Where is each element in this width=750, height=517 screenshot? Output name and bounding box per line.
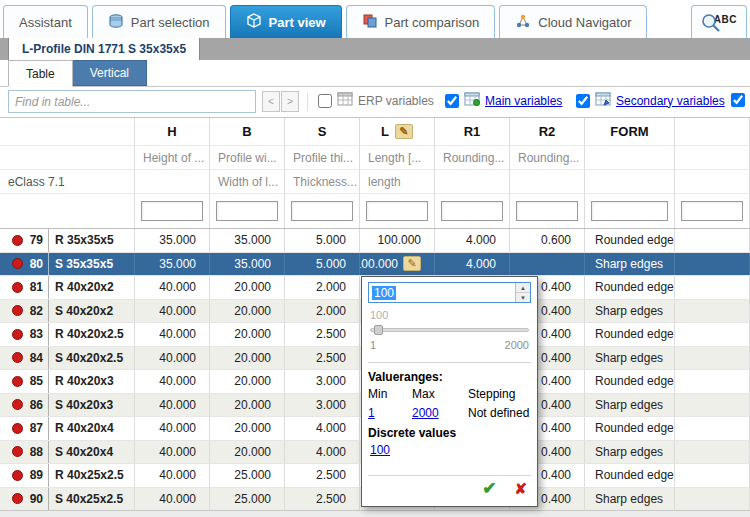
cell-b[interactable]: 20.000 [210, 347, 285, 370]
cell-h[interactable]: 35.000 [135, 229, 210, 252]
find-previous-button[interactable]: < [262, 91, 280, 112]
cell-h[interactable]: 40.000 [135, 300, 210, 323]
part-name-cell[interactable]: 84S 40x20x2.5 [0, 347, 135, 370]
filter-input-form[interactable] [591, 201, 668, 221]
cell-h[interactable]: 40.000 [135, 370, 210, 393]
cell-r1[interactable]: 4.000 [435, 253, 510, 276]
cell-s[interactable]: 2.000 [285, 300, 360, 323]
part-name-cell[interactable]: 87R 40x20x4 [0, 417, 135, 440]
filter-input-l[interactable] [366, 201, 428, 221]
tab-assistant[interactable]: Assistant [3, 5, 88, 38]
max-value-link[interactable]: 2000 [412, 406, 439, 420]
part-name-cell[interactable]: 89R 40x25x2.5 [0, 464, 135, 487]
cell-b[interactable]: 35.000 [210, 229, 285, 252]
erp-variables-checkbox[interactable] [318, 94, 332, 108]
value-spinbox[interactable]: 100 ▲ ▼ [368, 282, 531, 303]
cell-form[interactable]: Sharp edges [585, 488, 675, 511]
cell-b[interactable]: 20.000 [210, 370, 285, 393]
cell-r2[interactable] [510, 253, 585, 276]
tab-vertical[interactable]: Vertical [73, 60, 147, 86]
table-row[interactable]: 80S 35x35x535.00035.0005.000100.000✎4.00… [0, 253, 750, 277]
cell-form[interactable]: Sharp edges [585, 347, 675, 370]
cell-b[interactable]: 35.000 [210, 253, 285, 276]
cell-s[interactable]: 3.000 [285, 394, 360, 417]
erp-variables-toggle[interactable]: ERP variables [318, 92, 434, 109]
part-name-cell[interactable]: 80S 35x35x5 [0, 253, 135, 276]
cell-form[interactable]: Rounded edges [585, 229, 675, 252]
secondary-variables-label[interactable]: Secondary variables [616, 94, 725, 108]
slider-thumb[interactable] [374, 325, 383, 335]
cell-form[interactable]: Sharp edges [585, 394, 675, 417]
part-name-cell[interactable]: 90S 40x25x2.5 [0, 488, 135, 511]
cell-form[interactable]: Rounded edges [585, 323, 675, 346]
cell-h[interactable]: 40.000 [135, 417, 210, 440]
part-name-cell[interactable]: 81R 40x20x2 [0, 276, 135, 299]
search-button[interactable]: ABC [691, 5, 747, 38]
column-header-form[interactable]: FORM [585, 118, 675, 145]
cell-form[interactable]: Rounded edges [585, 417, 675, 440]
cell-r2[interactable]: 0.600 [510, 229, 585, 252]
cell-b[interactable]: 20.000 [210, 441, 285, 464]
cell-form[interactable]: Sharp edges [585, 300, 675, 323]
discrete-value-link[interactable]: 100 [370, 443, 390, 457]
filter-input-r2[interactable] [516, 201, 578, 221]
part-name-cell[interactable]: 83R 40x20x2.5 [0, 323, 135, 346]
column-header-b[interactable]: B [210, 118, 285, 145]
cancel-cross-icon[interactable]: ✘ [514, 480, 527, 498]
main-variables-toggle[interactable]: Main variables [445, 92, 562, 109]
column-header-l[interactable]: L✎ [360, 118, 435, 145]
cell-l[interactable]: 100.000✎ [360, 253, 435, 276]
find-next-button[interactable]: > [281, 91, 299, 112]
cell-b[interactable]: 25.000 [210, 464, 285, 487]
filter-input-s[interactable] [291, 201, 353, 221]
part-name-cell[interactable]: 85R 40x20x3 [0, 370, 135, 393]
filter-input-b[interactable] [216, 201, 278, 221]
column-header-s[interactable]: S [285, 118, 360, 145]
cell-form[interactable]: Sharp edges [585, 253, 675, 276]
filter-input-h[interactable] [141, 201, 203, 221]
cell-form[interactable]: Rounded edges [585, 464, 675, 487]
tab-cloud-navigator[interactable]: Cloud Navigator [499, 5, 647, 38]
cell-form[interactable]: Rounded edges [585, 276, 675, 299]
cell-h[interactable]: 40.000 [135, 394, 210, 417]
part-name-cell[interactable]: 86S 40x20x3 [0, 394, 135, 417]
cell-s[interactable]: 2.500 [285, 464, 360, 487]
cell-h[interactable]: 40.000 [135, 464, 210, 487]
cell-s[interactable]: 4.000 [285, 441, 360, 464]
cell-h[interactable]: 40.000 [135, 347, 210, 370]
cell-s[interactable]: 2.000 [285, 276, 360, 299]
tab-part-comparison[interactable]: Part comparison [346, 5, 496, 38]
cell-s[interactable]: 5.000 [285, 253, 360, 276]
cell-b[interactable]: 20.000 [210, 300, 285, 323]
filter-input-r1[interactable] [441, 201, 503, 221]
cell-b[interactable]: 20.000 [210, 323, 285, 346]
cell-s[interactable]: 2.500 [285, 323, 360, 346]
column-header-r1[interactable]: R1 [435, 118, 510, 145]
cell-b[interactable]: 20.000 [210, 276, 285, 299]
document-tab[interactable]: L-Profile DIN 1771 S 35x35x5 [8, 38, 200, 60]
horizontal-scrollbar[interactable] [0, 510, 750, 517]
cell-l[interactable]: 100.000 [360, 229, 435, 252]
cell-h[interactable]: 40.000 [135, 323, 210, 346]
part-name-cell[interactable]: 82S 40x20x2 [0, 300, 135, 323]
column-header-r2[interactable]: R2 [510, 118, 585, 145]
column-header-h[interactable]: H [135, 118, 210, 145]
cell-form[interactable]: Rounded edges [585, 370, 675, 393]
find-in-table-input[interactable] [8, 90, 256, 113]
cell-r1[interactable]: 4.000 [435, 229, 510, 252]
cell-b[interactable]: 20.000 [210, 417, 285, 440]
secondary-variables-toggle[interactable]: Secondary variables [576, 92, 725, 109]
extra-variables-checkbox[interactable] [731, 93, 745, 107]
tab-part-selection[interactable]: Part selection [92, 5, 226, 38]
cell-s[interactable]: 4.000 [285, 417, 360, 440]
cell-s[interactable]: 5.000 [285, 229, 360, 252]
tab-part-view[interactable]: Part view [230, 5, 342, 38]
part-name-cell[interactable]: 79R 35x35x5 [0, 229, 135, 252]
tab-table[interactable]: Table [8, 60, 73, 87]
spin-down-button[interactable]: ▼ [516, 293, 530, 302]
min-value-link[interactable]: 1 [368, 406, 375, 420]
cell-h[interactable]: 40.000 [135, 488, 210, 511]
table-row[interactable]: 79R 35x35x535.00035.0005.000100.0004.000… [0, 229, 750, 253]
value-slider[interactable] [370, 324, 529, 336]
cell-s[interactable]: 2.500 [285, 488, 360, 511]
